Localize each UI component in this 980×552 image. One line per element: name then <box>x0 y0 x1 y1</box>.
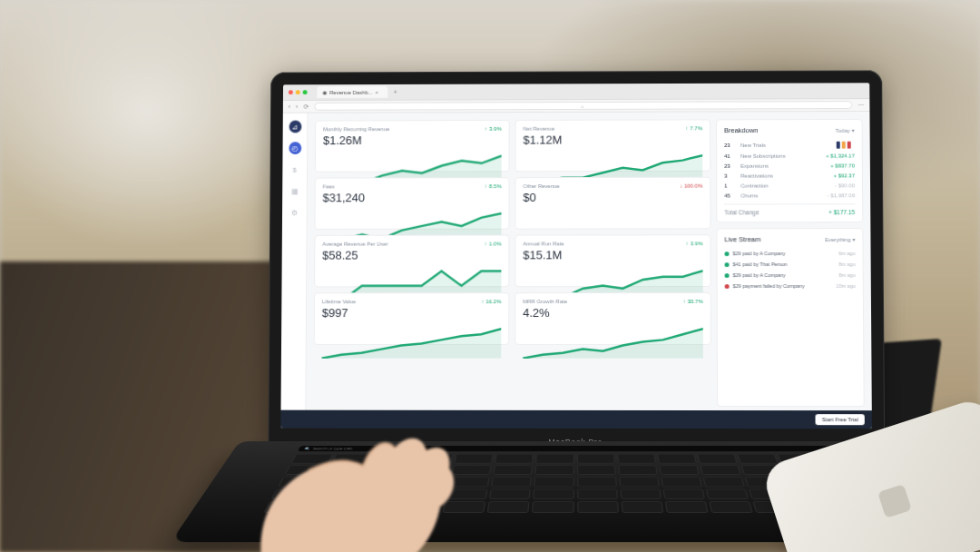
stream-text: $41 paid by That Person <box>733 261 836 267</box>
metric-delta: ↑3.9% <box>485 126 502 132</box>
breakdown-label: New Trials <box>740 142 830 147</box>
breakdown-count: 45 <box>724 192 737 198</box>
breakdown-row[interactable]: 1Contraction- $90.00 <box>724 180 855 190</box>
window-close-icon[interactable] <box>289 90 293 94</box>
stream-time: 6m ago <box>838 251 855 256</box>
metric-delta: ↓100.0% <box>680 183 702 189</box>
sidebar-item-customers[interactable]: ▦ <box>289 185 301 198</box>
back-icon[interactable]: ‹ <box>289 104 290 110</box>
metric-card[interactable]: Lifetime Value $997 ↑16.2% <box>314 292 510 345</box>
metric-card[interactable]: Fees $31,240 ↑8.5% <box>314 177 509 230</box>
breakdown-count: 1 <box>724 182 737 188</box>
breakdown-count: 23 <box>724 143 737 148</box>
status-dot-icon <box>725 262 730 267</box>
metric-title: Monthly Recurring Revenue <box>323 126 502 132</box>
status-dot-icon <box>725 273 730 278</box>
person-icon <box>848 141 851 148</box>
breakdown-row[interactable]: 23New Trials <box>724 139 855 151</box>
stream-row[interactable]: $29 payment failed by Company10m ago <box>725 281 856 291</box>
breakdown-row[interactable]: 3Reactivations+ $92.37 <box>724 170 855 180</box>
stream-text: $29 paid by A Company <box>732 251 835 256</box>
reload-icon[interactable]: ⟳ <box>303 103 309 110</box>
forward-icon[interactable]: › <box>296 104 298 110</box>
breakdown-total: Total Change + $177.15 <box>724 203 855 215</box>
metric-title: MRR Growth Rate <box>523 299 702 304</box>
browser-tabbar: ◉ Revenue Dashb... × + <box>283 83 869 101</box>
metric-card[interactable]: MRR Growth Rate 4.2% ↑33.7% <box>514 292 711 345</box>
app-logo-icon[interactable]: ⊿ <box>289 121 301 133</box>
browser-tab[interactable]: ◉ Revenue Dashb... × <box>317 86 387 98</box>
breakdown-label: Churns <box>740 192 824 198</box>
breakdown-label: New Subscriptions <box>740 153 822 158</box>
livestream-filter-dropdown[interactable]: Everything▾ <box>825 236 855 242</box>
arrow-up-icon: ↑ <box>481 299 484 304</box>
dashboard-app: ⊿ ◴ $ ▦ ⚙ Monthly Recurring Revenue $1.2… <box>281 112 872 410</box>
metric-value: 4.2% <box>523 306 703 320</box>
breakdown-amount: + $92.37 <box>833 172 855 178</box>
tab-favicon-icon: ◉ <box>322 89 327 95</box>
address-bar[interactable]: ⌂ <box>314 101 852 111</box>
metric-delta: ↑16.2% <box>481 299 501 304</box>
tab-close-icon[interactable]: × <box>375 89 377 94</box>
breakdown-label: Expansions <box>740 163 827 168</box>
metric-value: $58.25 <box>322 248 501 261</box>
metric-value: $0 <box>523 191 702 204</box>
breakdown-label: Contraction <box>740 182 831 188</box>
breakdown-row[interactable]: 41New Subscriptions+ $1,324.17 <box>724 151 855 161</box>
sparkline-chart <box>523 321 703 359</box>
breakdown-count: 23 <box>724 163 737 168</box>
arrow-up-icon: ↑ <box>683 299 686 304</box>
metric-card[interactable]: Monthly Recurring Revenue $1.26M ↑3.9% <box>315 120 510 172</box>
breakdown-count: 3 <box>724 172 737 178</box>
window-minimize-icon[interactable] <box>296 90 300 94</box>
stream-row[interactable]: $41 paid by That Person8m ago <box>725 259 856 270</box>
metric-card[interactable]: Net Revenue $1.12M ↑7.7% <box>515 119 711 172</box>
status-dot-icon <box>725 284 730 289</box>
breakdown-amount: - $90.00 <box>835 182 855 188</box>
arrow-down-icon: ↓ <box>680 183 682 189</box>
metric-title: Lifetime Value <box>322 299 502 304</box>
breakdown-row[interactable]: 45Churns- $1,987.09 <box>724 190 855 200</box>
metrics-grid: Monthly Recurring Revenue $1.26M ↑3.9% N… <box>313 119 711 407</box>
arrow-up-icon: ↑ <box>485 242 487 247</box>
metric-card[interactable]: Other Revenue $0 ↓100.0% <box>514 177 710 230</box>
person-icon <box>842 141 846 148</box>
metric-card[interactable]: Annual Run Rate $15.1M ↑3.9% <box>514 234 710 287</box>
sidebar: ⊿ ◴ $ ▦ ⚙ <box>281 113 309 410</box>
breakdown-row[interactable]: 23Expansions+ $837.70 <box>724 161 855 171</box>
breakdown-amount: - $1,987.09 <box>828 192 855 198</box>
arrow-up-icon: ↑ <box>485 183 487 189</box>
breakdown-range-dropdown[interactable]: Today▾ <box>836 127 855 133</box>
stream-row[interactable]: $29 paid by A Company6m ago <box>724 248 855 259</box>
new-tab-icon[interactable]: + <box>394 89 397 95</box>
livestream-panel: Live Stream Everything▾ $29 paid by A Co… <box>716 228 864 407</box>
stream-time: 8m ago <box>838 272 855 278</box>
person-icon <box>837 141 840 148</box>
breakdown-count: 41 <box>724 153 737 158</box>
sidebar-item-revenue[interactable]: $ <box>289 163 301 176</box>
sparkline-chart <box>322 321 502 359</box>
metric-card[interactable]: Average Revenue Per User $58.25 ↑1.0% <box>314 235 509 288</box>
start-trial-button[interactable]: Start Free Trial <box>816 414 865 425</box>
stream-time: 10m ago <box>836 283 855 289</box>
menu-icon[interactable]: ⋯ <box>858 102 864 109</box>
metric-value: $31,240 <box>323 191 502 204</box>
breakdown-title: Breakdown <box>724 126 758 134</box>
stream-time: 8m ago <box>838 261 855 267</box>
sidebar-item-dashboard[interactable]: ◴ <box>289 142 301 154</box>
tab-title: Revenue Dashb... <box>329 89 372 94</box>
metric-title: Annual Run Rate <box>523 241 702 246</box>
metric-title: Fees <box>323 183 502 189</box>
breakdown-amount: + $837.70 <box>830 163 855 168</box>
metric-delta: ↑8.5% <box>485 183 502 189</box>
hand <box>227 380 463 552</box>
stream-text: $29 payment failed by Company <box>733 283 833 289</box>
window-maximize-icon[interactable] <box>303 90 308 94</box>
metric-delta: ↑33.7% <box>683 299 703 304</box>
breakdown-label: Reactivations <box>740 172 829 178</box>
chevron-down-icon: ▾ <box>852 236 855 242</box>
screen: ◉ Revenue Dashb... × + ‹ › ⟳ ⌂ ⋯ ⊿ ◴ $ ▦… <box>280 83 872 429</box>
metric-value: $1.26M <box>323 133 502 147</box>
sidebar-item-settings[interactable]: ⚙ <box>288 206 300 219</box>
stream-row[interactable]: $29 paid by A Company8m ago <box>725 270 856 281</box>
